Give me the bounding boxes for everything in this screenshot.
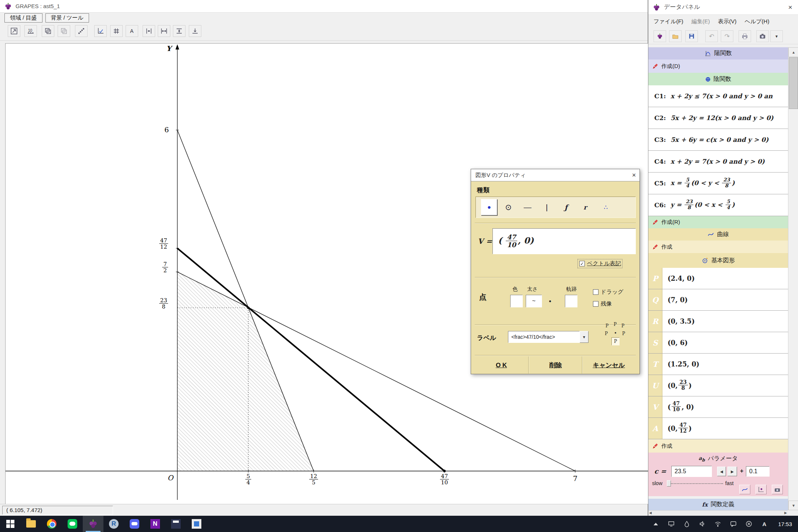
point-type-scatter-button[interactable]: ∴ <box>598 199 614 215</box>
point-row[interactable]: P(2.4, 0) <box>648 268 788 289</box>
function-definition-header[interactable]: fx 関数定義 <box>648 499 788 510</box>
tray-display[interactable] <box>664 516 679 532</box>
thickness-preview[interactable]: • <box>545 296 555 307</box>
taskbar-chrome[interactable] <box>41 516 62 532</box>
menu-view[interactable]: 表示(V) <box>718 18 737 25</box>
v-align-button[interactable] <box>189 25 201 37</box>
snapshot-button[interactable] <box>756 30 769 42</box>
taskbar-messenger[interactable] <box>124 516 145 532</box>
point-color-swatch[interactable] <box>510 295 523 307</box>
implicit-function-row[interactable]: C2:5x + 2y = 12(x > 0 and y > 0) <box>648 107 788 129</box>
point-row[interactable]: Q(7, 0) <box>648 289 788 311</box>
point-row[interactable]: U(0, 238) <box>648 375 788 396</box>
drag-checkbox[interactable] <box>593 289 598 295</box>
h-expand-button[interactable] <box>158 25 170 37</box>
anchor-top[interactable]: P <box>614 322 617 327</box>
tab-background-tools[interactable]: 背景 / ツール <box>45 13 89 23</box>
tray-messages[interactable] <box>726 516 741 532</box>
point-type-vector-button[interactable]: r <box>577 199 593 215</box>
locus-color-swatch[interactable] <box>565 295 577 307</box>
font-button[interactable]: A <box>126 25 138 37</box>
open-file-button[interactable] <box>669 30 682 42</box>
tray-volume[interactable] <box>695 516 710 532</box>
anchor-right[interactable]: P <box>622 331 625 336</box>
param-snapshot-button[interactable] <box>772 485 783 494</box>
label-combo-value[interactable]: <frac>47/10</frac> <box>508 331 580 343</box>
point-type-function-button[interactable]: ƒ <box>558 199 574 215</box>
h-adjust-button[interactable] <box>143 25 155 37</box>
ok-button[interactable]: O K <box>483 356 520 375</box>
dialog-titlebar[interactable]: 図形V のプロパティ × <box>471 169 640 181</box>
tab-region-scale[interactable]: 領域 / 目盛 <box>4 13 42 23</box>
anchor-bottom-selected[interactable]: P <box>611 337 620 345</box>
point-v[interactable] <box>443 470 446 473</box>
panel-close-icon[interactable]: × <box>784 2 797 13</box>
vector-notation-checkbox[interactable]: ✓ <box>579 261 585 266</box>
point-value-field[interactable]: ( 4710, 0) <box>498 234 534 249</box>
taskbar-onenote[interactable]: N <box>145 516 166 532</box>
speed-slider-track[interactable] <box>667 483 723 484</box>
tray-network[interactable] <box>710 516 726 532</box>
parameter-step-input[interactable]: 0.1 <box>746 466 770 477</box>
taskbar-grapes[interactable] <box>83 516 103 532</box>
decorate-button[interactable] <box>75 25 88 37</box>
print-button[interactable] <box>739 30 751 42</box>
point-row[interactable]: S(0, 6) <box>648 332 788 354</box>
drag-option[interactable]: ドラッグ <box>593 289 623 296</box>
start-button[interactable] <box>0 516 21 532</box>
ime-mode-indicator[interactable]: A <box>757 516 772 532</box>
parameter-increase-button[interactable]: ▶ <box>727 467 737 476</box>
save-button[interactable] <box>685 30 698 42</box>
cancel-button[interactable]: キャンセル <box>589 356 629 375</box>
fit-window-button[interactable] <box>8 25 20 37</box>
anchor-top-left[interactable]: P <box>606 324 608 328</box>
curve-header[interactable]: 曲線 <box>648 228 788 241</box>
panel-horizontal-scrollbar[interactable]: ◀ ▶ <box>648 510 788 516</box>
panel-vertical-scrollbar[interactable]: ▲ ▼ <box>788 47 798 510</box>
param-graph-button[interactable] <box>756 485 767 494</box>
menu-file[interactable]: ファイル(F) <box>654 18 683 25</box>
point-row[interactable]: T(1.25, 0) <box>648 354 788 375</box>
afterimage-option[interactable]: 残像 <box>593 300 612 307</box>
anchor-top-right[interactable]: P <box>621 324 624 328</box>
implicit-function-row[interactable]: C6:y = 238(0 < x < 54) <box>648 194 788 216</box>
implicit-function-row[interactable]: C4:x + 2y = 7(x > 0 and y > 0) <box>648 151 788 173</box>
implicit-function-row[interactable]: C1:x + 2y ≤ 7(x > 0 and y > 0 an <box>648 85 788 107</box>
point-type-vline-button[interactable]: | <box>539 199 555 215</box>
param-animate-button[interactable] <box>739 485 750 494</box>
implicit-function-row[interactable]: C3:5x + 6y = c(x > 0 and y > 0) <box>648 129 788 151</box>
point-row[interactable]: A(0, 4712) <box>648 418 788 439</box>
redo-button[interactable]: ↷ <box>721 30 733 42</box>
parameter-header[interactable]: ab パラメータ <box>648 453 788 465</box>
label-combo-dropdown-icon[interactable]: ▼ <box>580 331 589 343</box>
tray-chevron-up[interactable] <box>648 516 664 532</box>
axes-settings-button[interactable] <box>94 25 107 37</box>
explicit-create-row[interactable]: 作成(D) <box>648 59 788 73</box>
menu-edit[interactable]: 編集(E) <box>692 18 710 25</box>
tray-pen[interactable] <box>679 516 695 532</box>
main-titlebar[interactable]: GRAPES : ast5_1 <box>0 0 648 13</box>
menu-help[interactable]: ヘルプ(H) <box>745 18 770 25</box>
basic-figure-header[interactable]: 基本図形 <box>648 253 788 268</box>
taskbar-clock[interactable]: 17:53 <box>772 521 798 527</box>
tray-dismiss[interactable] <box>741 516 757 532</box>
step-sign-label[interactable]: + <box>740 468 743 474</box>
taskbar-photos[interactable] <box>186 516 207 532</box>
implicit-function-row[interactable]: C5:x = 54(0 < y < 238) <box>648 173 788 194</box>
scroll-down-icon[interactable]: ▼ <box>788 501 798 510</box>
v-adjust-button[interactable] <box>173 25 185 37</box>
anchor-center-dot-icon[interactable]: • <box>614 331 617 335</box>
paste-graph-button[interactable] <box>58 25 70 37</box>
scroll-up-icon[interactable]: ▲ <box>788 47 798 57</box>
point-row[interactable]: V(4710, 0) <box>648 396 788 418</box>
vector-notation-option[interactable]: ✓ ベクトル表記 <box>577 259 623 268</box>
line-style-combo[interactable]: ~ <box>526 295 542 307</box>
point-type-circle-button[interactable]: ⊙ <box>500 199 516 215</box>
copy-graph-button[interactable] <box>42 25 54 37</box>
scrollbar-thumb[interactable] <box>789 57 798 109</box>
taskbar-line[interactable] <box>62 516 83 532</box>
panel-titlebar[interactable]: データパネル × <box>648 0 798 15</box>
implicit-function-header[interactable]: ⊕ 陰関数 <box>648 73 788 85</box>
parameter-decrease-button[interactable]: ◀ <box>717 467 726 476</box>
basic-create-row[interactable]: 作成 <box>648 439 788 453</box>
